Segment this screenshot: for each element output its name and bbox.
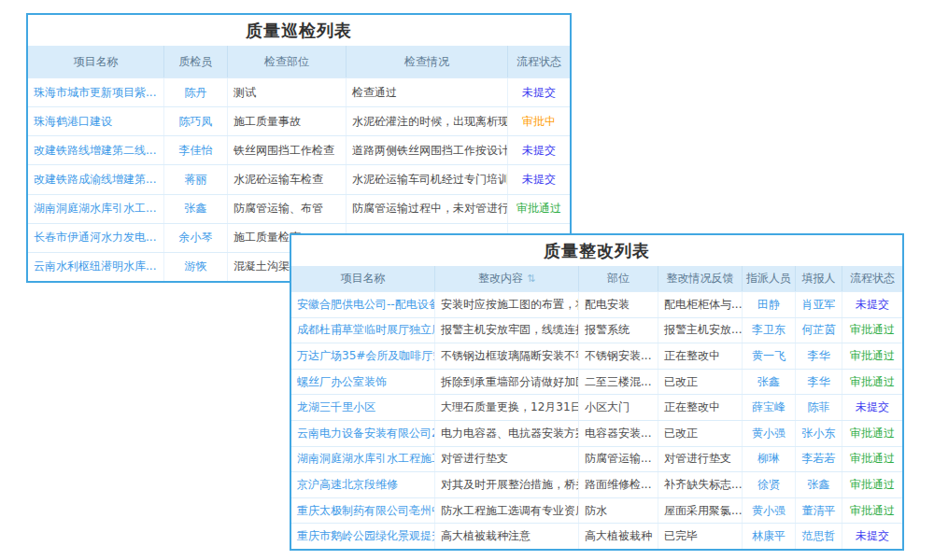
reporter-name[interactable]: 李若若 [796, 447, 842, 472]
reporter-name[interactable]: 范思哲 [796, 524, 842, 549]
project-link[interactable]: 湖南洞庭湖水库引水工程施工I标 [291, 447, 435, 472]
inspector-name[interactable]: 余小琴 [164, 224, 228, 252]
reporter-name[interactable]: 肖亚军 [796, 292, 842, 317]
project-link[interactable]: 云南电力设备安装有限公司20... [291, 421, 435, 446]
inspector-name[interactable]: 蒋丽 [164, 165, 228, 193]
status-cell: 审批通过 [842, 343, 902, 369]
project-link[interactable]: 螺丝厂办公室装饰 [291, 370, 435, 395]
part-cell: 防水 [579, 498, 658, 524]
project-link[interactable]: 改建铁路线增建第二线... [28, 136, 164, 164]
table-row: 珠海鹤港口建设 陈巧凤 施工质量事故 水泥砼灌注的时候，出现离析现象 审批中 [28, 106, 570, 135]
project-link[interactable]: 龙湖三千里小区 [291, 395, 435, 420]
assignee-name[interactable]: 黄小强 [743, 498, 796, 524]
project-link[interactable]: 湖南洞庭湖水库引水工... [28, 195, 164, 223]
table-row: 湖南洞庭湖水库引水工... 张鑫 防腐管运输、布管 防腐管运输过程中，未对管进行… [28, 194, 570, 223]
feedback-cell: 配电柜柜体与... [658, 292, 743, 317]
column-header-content-label: 整改内容 [478, 271, 523, 287]
reporter-name[interactable]: 董清平 [796, 498, 842, 524]
content-cell: 高大植被栽种注意 [435, 524, 579, 549]
situation-cell: 道路两侧铁丝网围挡工作按设计... [347, 136, 508, 164]
assignee-name[interactable]: 黄一飞 [743, 343, 796, 369]
column-header-part: 检查部位 [228, 46, 347, 77]
rectify-table-panel: 质量整改列表 项目名称 整改内容 ⇅ 部位 整改情况反馈 指派人员 填报人 流程… [290, 233, 904, 551]
status-cell: 审批中 [508, 107, 570, 135]
project-link[interactable]: 重庆市鹅岭公园绿化景观提升... [291, 524, 435, 549]
content-cell: 防水工程施工选调有专业资质... [435, 498, 579, 524]
feedback-cell: 正在整改中 [658, 343, 743, 369]
assignee-name[interactable]: 田静 [743, 292, 796, 317]
sort-icon[interactable]: ⇅ [527, 273, 535, 285]
project-link[interactable]: 京沪高速北京段维修 [291, 472, 435, 497]
inspection-table-header: 项目名称 质检员 检查部位 检查情况 流程状态 [28, 46, 570, 77]
reporter-name[interactable]: 何芷茵 [796, 318, 842, 343]
content-cell: 不锈钢边框玻璃隔断安装不牢... [435, 343, 579, 369]
feedback-cell: 已完毕 [658, 524, 743, 549]
assignee-name[interactable]: 徐贤 [743, 472, 796, 497]
column-header-content[interactable]: 整改内容 ⇅ [435, 266, 579, 291]
reporter-name[interactable]: 张鑫 [796, 472, 842, 497]
column-header-project: 项目名称 [28, 46, 164, 77]
situation-cell: 水泥砼灌注的时候，出现离析现象 [347, 107, 508, 135]
project-link[interactable]: 长春市伊通河水力发电... [28, 224, 164, 252]
table-row: 湖南洞庭湖水库引水工程施工I标 对管进行垫支 防腐管运输... 对管进行垫支 柳… [291, 446, 902, 472]
part-cell: 小区大门 [579, 395, 658, 420]
status-cell: 审批通过 [842, 498, 902, 524]
assignee-name[interactable]: 柳琳 [743, 447, 796, 472]
column-header-feedback: 整改情况反馈 [658, 266, 743, 291]
column-header-inspector: 质检员 [164, 46, 228, 77]
project-link[interactable]: 重庆太极制药有限公司亳州中... [291, 498, 435, 524]
project-link[interactable]: 成都杜甫草堂临时展厅独立展... [291, 318, 435, 343]
part-cell: 电容器安装... [579, 421, 658, 446]
inspector-name[interactable]: 陈丹 [164, 78, 228, 106]
assignee-name[interactable]: 薛宝峰 [743, 395, 796, 420]
reporter-name[interactable]: 李华 [796, 370, 842, 395]
table-row: 珠海市城市更新项目紫... 陈丹 测试 检查通过 未提交 [28, 77, 570, 106]
table-row: 重庆市鹅岭公园绿化景观提升... 高大植被栽种注意 高大植被栽种 已完毕 林康平… [291, 523, 902, 549]
assignee-name[interactable]: 黄小强 [743, 421, 796, 446]
content-cell: 对管进行垫支 [435, 447, 579, 472]
table-row: 云南电力设备安装有限公司20... 电力电容器、电抗器安装方案,... 电容器安… [291, 420, 902, 446]
status-cell: 审批通过 [508, 195, 570, 223]
table-row: 改建铁路成渝线增建第... 蒋丽 水泥砼运输车检查 水泥砼运输车司机经过专门培训… [28, 164, 570, 193]
assignee-name[interactable]: 李卫东 [743, 318, 796, 343]
status-cell: 审批通过 [842, 370, 902, 395]
table-row: 龙湖三千里小区 大理石质量更换，12月31日之... 小区大门 正在整改中 薛宝… [291, 394, 902, 420]
status-cell: 未提交 [508, 165, 570, 193]
feedback-cell: 正在整改中 [658, 395, 743, 420]
content-cell: 报警主机安放牢固，线缆连接... [435, 318, 579, 343]
project-link[interactable]: 珠海鹤港口建设 [28, 107, 164, 135]
assignee-name[interactable]: 张鑫 [743, 370, 796, 395]
inspector-name[interactable]: 张鑫 [164, 195, 228, 223]
project-link[interactable]: 安徽合肥供电公司--配电设备... [291, 292, 435, 317]
status-cell: 未提交 [842, 292, 902, 317]
part-cell: 配电安装 [579, 292, 658, 317]
table-row: 安徽合肥供电公司--配电设备... 安装时应按施工图的布置，将... 配电安装 … [291, 291, 902, 317]
part-cell: 防腐管运输... [579, 447, 658, 472]
column-header-project: 项目名称 [291, 266, 435, 291]
inspector-name[interactable]: 游恢 [164, 253, 228, 281]
feedback-cell: 已改正 [658, 421, 743, 446]
table-row: 万达广场35#会所及咖啡厅空... 不锈钢边框玻璃隔断安装不牢... 不锈钢安装… [291, 343, 902, 369]
assignee-name[interactable]: 林康平 [743, 524, 796, 549]
rectify-table-header: 项目名称 整改内容 ⇅ 部位 整改情况反馈 指派人员 填报人 流程状态 [291, 266, 902, 291]
table-row: 螺丝厂办公室装饰 拆除到承重墙部分请做好加固... 二至三楼混... 已改正 张… [291, 369, 902, 395]
project-link[interactable]: 改建铁路成渝线增建第... [28, 165, 164, 193]
status-cell: 审批通过 [842, 421, 902, 446]
content-cell: 拆除到承重墙部分请做好加固... [435, 370, 579, 395]
part-cell: 路面维修检... [579, 472, 658, 497]
reporter-name[interactable]: 张小东 [796, 421, 842, 446]
reporter-name[interactable]: 李华 [796, 343, 842, 369]
part-cell: 防腐管运输、布管 [228, 195, 347, 223]
reporter-name[interactable]: 陈菲 [796, 395, 842, 420]
rectify-table-body: 安徽合肥供电公司--配电设备... 安装时应按施工图的布置，将... 配电安装 … [291, 291, 902, 549]
project-link[interactable]: 万达广场35#会所及咖啡厅空... [291, 343, 435, 369]
inspector-name[interactable]: 李佳怡 [164, 136, 228, 164]
inspection-table-title: 质量巡检列表 [28, 15, 570, 46]
inspector-name[interactable]: 陈巧凤 [164, 107, 228, 135]
status-cell: 未提交 [842, 524, 902, 549]
part-cell: 不锈钢安装... [579, 343, 658, 369]
content-cell: 电力电容器、电抗器安装方案,... [435, 421, 579, 446]
project-link[interactable]: 珠海市城市更新项目紫... [28, 78, 164, 106]
part-cell: 二至三楼混... [579, 370, 658, 395]
project-link[interactable]: 云南水利枢纽潜明水库... [28, 253, 164, 281]
